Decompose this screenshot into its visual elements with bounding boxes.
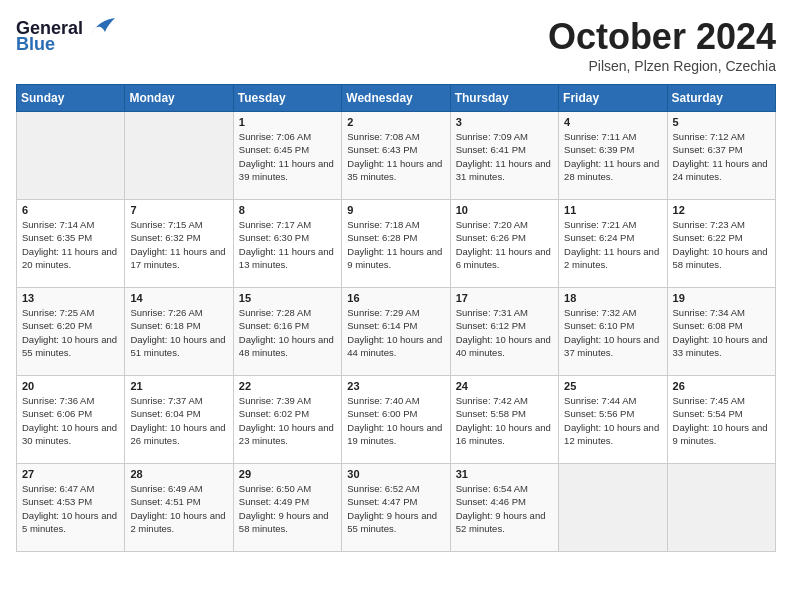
calendar-cell: 24Sunrise: 7:42 AMSunset: 5:58 PMDayligh… [450,376,558,464]
calendar-cell: 8Sunrise: 7:17 AMSunset: 6:30 PMDaylight… [233,200,341,288]
day-number: 1 [239,116,336,128]
calendar-table: SundayMondayTuesdayWednesdayThursdayFrid… [16,84,776,552]
weekday-header: Thursday [450,85,558,112]
logo-bird-icon [87,16,119,40]
day-info: Sunrise: 7:26 AMSunset: 6:18 PMDaylight:… [130,306,227,359]
day-number: 10 [456,204,553,216]
day-info: Sunrise: 7:39 AMSunset: 6:02 PMDaylight:… [239,394,336,447]
day-number: 17 [456,292,553,304]
day-number: 21 [130,380,227,392]
calendar-cell: 5Sunrise: 7:12 AMSunset: 6:37 PMDaylight… [667,112,775,200]
day-number: 28 [130,468,227,480]
calendar-cell [125,112,233,200]
day-info: Sunrise: 6:49 AMSunset: 4:51 PMDaylight:… [130,482,227,535]
calendar-week-row: 20Sunrise: 7:36 AMSunset: 6:06 PMDayligh… [17,376,776,464]
calendar-cell [667,464,775,552]
weekday-header: Saturday [667,85,775,112]
calendar-cell: 11Sunrise: 7:21 AMSunset: 6:24 PMDayligh… [559,200,667,288]
day-number: 16 [347,292,444,304]
logo-blue-text: Blue [16,34,55,55]
day-number: 15 [239,292,336,304]
day-info: Sunrise: 7:17 AMSunset: 6:30 PMDaylight:… [239,218,336,271]
calendar-cell: 22Sunrise: 7:39 AMSunset: 6:02 PMDayligh… [233,376,341,464]
day-info: Sunrise: 7:29 AMSunset: 6:14 PMDaylight:… [347,306,444,359]
calendar-cell: 9Sunrise: 7:18 AMSunset: 6:28 PMDaylight… [342,200,450,288]
day-info: Sunrise: 7:34 AMSunset: 6:08 PMDaylight:… [673,306,770,359]
calendar-cell: 19Sunrise: 7:34 AMSunset: 6:08 PMDayligh… [667,288,775,376]
calendar-cell: 17Sunrise: 7:31 AMSunset: 6:12 PMDayligh… [450,288,558,376]
day-info: Sunrise: 7:40 AMSunset: 6:00 PMDaylight:… [347,394,444,447]
day-number: 5 [673,116,770,128]
day-info: Sunrise: 7:28 AMSunset: 6:16 PMDaylight:… [239,306,336,359]
day-number: 11 [564,204,661,216]
day-number: 22 [239,380,336,392]
calendar-week-row: 6Sunrise: 7:14 AMSunset: 6:35 PMDaylight… [17,200,776,288]
weekday-header: Monday [125,85,233,112]
day-number: 29 [239,468,336,480]
day-number: 26 [673,380,770,392]
calendar-week-row: 27Sunrise: 6:47 AMSunset: 4:53 PMDayligh… [17,464,776,552]
day-number: 12 [673,204,770,216]
weekday-header: Friday [559,85,667,112]
day-info: Sunrise: 7:23 AMSunset: 6:22 PMDaylight:… [673,218,770,271]
calendar-cell: 12Sunrise: 7:23 AMSunset: 6:22 PMDayligh… [667,200,775,288]
day-number: 23 [347,380,444,392]
day-number: 6 [22,204,119,216]
day-number: 2 [347,116,444,128]
calendar-cell: 2Sunrise: 7:08 AMSunset: 6:43 PMDaylight… [342,112,450,200]
calendar-cell: 13Sunrise: 7:25 AMSunset: 6:20 PMDayligh… [17,288,125,376]
calendar-cell: 1Sunrise: 7:06 AMSunset: 6:45 PMDaylight… [233,112,341,200]
day-number: 8 [239,204,336,216]
calendar-cell: 3Sunrise: 7:09 AMSunset: 6:41 PMDaylight… [450,112,558,200]
day-info: Sunrise: 7:32 AMSunset: 6:10 PMDaylight:… [564,306,661,359]
calendar-week-row: 1Sunrise: 7:06 AMSunset: 6:45 PMDaylight… [17,112,776,200]
day-info: Sunrise: 6:50 AMSunset: 4:49 PMDaylight:… [239,482,336,535]
day-number: 31 [456,468,553,480]
day-number: 20 [22,380,119,392]
calendar-cell: 6Sunrise: 7:14 AMSunset: 6:35 PMDaylight… [17,200,125,288]
day-info: Sunrise: 7:42 AMSunset: 5:58 PMDaylight:… [456,394,553,447]
day-info: Sunrise: 7:36 AMSunset: 6:06 PMDaylight:… [22,394,119,447]
day-info: Sunrise: 7:20 AMSunset: 6:26 PMDaylight:… [456,218,553,271]
page-header: General Blue October 2024 Pilsen, Plzen … [16,16,776,74]
day-number: 30 [347,468,444,480]
day-info: Sunrise: 7:14 AMSunset: 6:35 PMDaylight:… [22,218,119,271]
weekday-header: Tuesday [233,85,341,112]
calendar-week-row: 13Sunrise: 7:25 AMSunset: 6:20 PMDayligh… [17,288,776,376]
logo: General Blue [16,16,119,55]
calendar-cell: 23Sunrise: 7:40 AMSunset: 6:00 PMDayligh… [342,376,450,464]
day-number: 24 [456,380,553,392]
calendar-header-row: SundayMondayTuesdayWednesdayThursdayFrid… [17,85,776,112]
title-block: October 2024 Pilsen, Plzen Region, Czech… [548,16,776,74]
day-info: Sunrise: 6:54 AMSunset: 4:46 PMDaylight:… [456,482,553,535]
day-info: Sunrise: 7:31 AMSunset: 6:12 PMDaylight:… [456,306,553,359]
day-info: Sunrise: 7:11 AMSunset: 6:39 PMDaylight:… [564,130,661,183]
calendar-cell: 4Sunrise: 7:11 AMSunset: 6:39 PMDaylight… [559,112,667,200]
day-info: Sunrise: 7:09 AMSunset: 6:41 PMDaylight:… [456,130,553,183]
day-number: 18 [564,292,661,304]
day-info: Sunrise: 7:18 AMSunset: 6:28 PMDaylight:… [347,218,444,271]
day-number: 13 [22,292,119,304]
weekday-header: Wednesday [342,85,450,112]
day-info: Sunrise: 7:21 AMSunset: 6:24 PMDaylight:… [564,218,661,271]
calendar-cell: 26Sunrise: 7:45 AMSunset: 5:54 PMDayligh… [667,376,775,464]
day-number: 14 [130,292,227,304]
day-info: Sunrise: 7:15 AMSunset: 6:32 PMDaylight:… [130,218,227,271]
day-info: Sunrise: 7:45 AMSunset: 5:54 PMDaylight:… [673,394,770,447]
day-number: 9 [347,204,444,216]
day-info: Sunrise: 7:06 AMSunset: 6:45 PMDaylight:… [239,130,336,183]
calendar-cell: 20Sunrise: 7:36 AMSunset: 6:06 PMDayligh… [17,376,125,464]
calendar-cell: 25Sunrise: 7:44 AMSunset: 5:56 PMDayligh… [559,376,667,464]
calendar-cell: 16Sunrise: 7:29 AMSunset: 6:14 PMDayligh… [342,288,450,376]
calendar-cell: 10Sunrise: 7:20 AMSunset: 6:26 PMDayligh… [450,200,558,288]
calendar-cell: 15Sunrise: 7:28 AMSunset: 6:16 PMDayligh… [233,288,341,376]
calendar-cell: 31Sunrise: 6:54 AMSunset: 4:46 PMDayligh… [450,464,558,552]
calendar-cell: 7Sunrise: 7:15 AMSunset: 6:32 PMDaylight… [125,200,233,288]
day-number: 7 [130,204,227,216]
day-info: Sunrise: 7:08 AMSunset: 6:43 PMDaylight:… [347,130,444,183]
calendar-cell [559,464,667,552]
calendar-cell: 28Sunrise: 6:49 AMSunset: 4:51 PMDayligh… [125,464,233,552]
calendar-cell: 30Sunrise: 6:52 AMSunset: 4:47 PMDayligh… [342,464,450,552]
day-number: 25 [564,380,661,392]
day-info: Sunrise: 7:25 AMSunset: 6:20 PMDaylight:… [22,306,119,359]
